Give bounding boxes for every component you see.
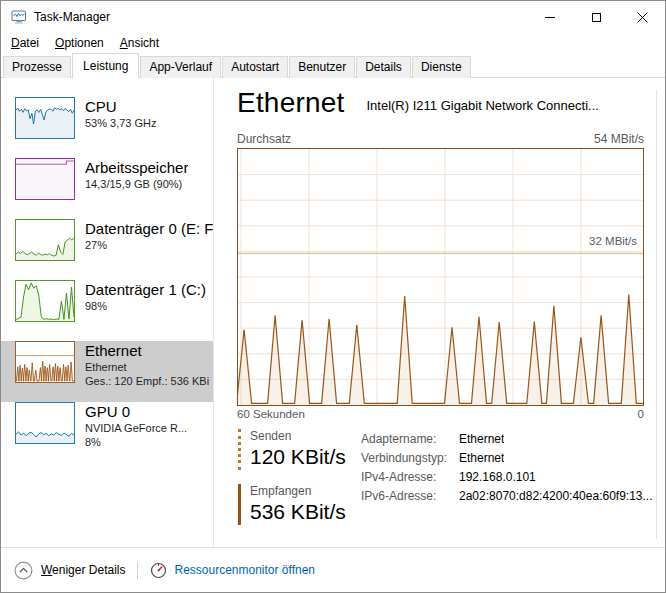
receive-label: Empfangen — [250, 484, 361, 499]
gpu-name: NVIDIA GeForce R... — [85, 421, 187, 435]
receive-stat: Empfangen 536 KBit/s — [238, 484, 361, 525]
maximize-icon — [592, 13, 601, 22]
detail-row-adaptername: Adaptername: Ethernet — [361, 430, 657, 449]
memory-thumbnail-chart — [15, 158, 75, 200]
ethernet-stats: Ges.: 120 Empf.: 536 KBi — [85, 374, 209, 388]
ethernet-title: Ethernet — [85, 341, 209, 360]
detail-row-verbindungstyp: Verbindungstyp: Ethernet — [361, 449, 657, 468]
sidebar-item-gpu[interactable]: GPU 0 NVIDIA GeForce R... 8% — [1, 402, 213, 463]
throughput-chart: 32 MBit/s — [237, 148, 644, 406]
gpu-stats: 8% — [85, 435, 187, 449]
disk0-thumbnail-chart — [15, 219, 75, 261]
detail-row-ipv6: IPv6-Adresse: 2a02:8070:d82:4200:40ea:60… — [361, 487, 657, 506]
tab-benutzer[interactable]: Benutzer — [289, 56, 355, 78]
minimize-button[interactable] — [527, 1, 573, 33]
disk1-title: Datenträger 1 (C:) — [85, 280, 206, 299]
sidebar-item-memory[interactable]: Arbeitsspeicher 14,3/15,9 GB (90%) — [1, 158, 213, 219]
sidebar-item-ethernet[interactable]: Ethernet Ethernet Ges.: 120 Empf.: 536 K… — [1, 341, 213, 402]
maximize-button[interactable] — [573, 1, 619, 33]
tab-details[interactable]: Details — [356, 56, 411, 78]
disk0-stats: 27% — [85, 238, 213, 252]
menu-optionen[interactable]: Optionen — [47, 34, 112, 52]
tab-leistung[interactable]: Leistung — [72, 53, 139, 79]
disk1-thumbnail-chart — [15, 280, 75, 322]
panel-title: Ethernet — [237, 86, 344, 120]
less-details-button[interactable]: Weniger Details — [14, 561, 125, 580]
cpu-thumbnail-chart — [15, 97, 75, 139]
tab-autostart[interactable]: Autostart — [222, 56, 288, 78]
tab-prozesse[interactable]: Prozesse — [3, 56, 71, 78]
menu-bar: Datei Optionen Ansicht — [1, 33, 665, 53]
task-manager-app-icon — [11, 9, 27, 25]
task-manager-window: Task-Manager Datei Optionen Ansicht Proz… — [0, 0, 666, 593]
memory-stats: 14,3/15,9 GB (90%) — [85, 177, 188, 191]
disk0-title: Datenträger 0 (E: F — [85, 219, 213, 238]
chevron-up-circle-icon — [14, 561, 33, 580]
window-title: Task-Manager — [34, 10, 110, 24]
panel-right-edge — [656, 90, 657, 539]
gpu-title: GPU 0 — [85, 402, 187, 421]
tab-bar: Prozesse Leistung App-Verlauf Autostart … — [1, 53, 665, 78]
performance-sidebar: CPU 53% 3,73 GHz Arbeitsspeicher 14,3/15… — [1, 78, 214, 549]
detail-row-ipv4: IPv4-Adresse: 192.168.0.101 — [361, 468, 657, 487]
send-value: 120 KBit/s — [250, 444, 361, 470]
cpu-title: CPU — [85, 97, 157, 116]
chart-label: Durchsatz — [237, 132, 291, 146]
throughput-chart-svg — [238, 149, 643, 405]
minimize-icon — [545, 17, 555, 18]
memory-title: Arbeitsspeicher — [85, 158, 188, 177]
open-resource-monitor-link[interactable]: Ressourcenmonitor öffnen — [150, 562, 315, 579]
resource-monitor-label: Ressourcenmonitor öffnen — [174, 563, 315, 577]
gpu-thumbnail-chart — [15, 402, 75, 444]
ethernet-detail-panel: Ethernet Intel(R) I211 Gigabit Network C… — [237, 78, 657, 549]
footer-bar: Weniger Details Ressourcenmonitor öffnen — [1, 547, 665, 592]
footer-divider — [137, 562, 138, 579]
tab-app-verlauf[interactable]: App-Verlauf — [140, 56, 221, 78]
sidebar-item-cpu[interactable]: CPU 53% 3,73 GHz — [1, 97, 213, 158]
chart-max-label: 54 MBit/s — [594, 132, 644, 146]
send-stat: Senden 120 KBit/s — [238, 429, 361, 470]
sidebar-item-disk0[interactable]: Datenträger 0 (E: F 27% — [1, 219, 213, 280]
close-button[interactable] — [619, 1, 665, 33]
tab-dienste[interactable]: Dienste — [412, 56, 471, 78]
adapter-description: Intel(R) I211 Gigabit Network Connecti..… — [366, 98, 653, 120]
receive-value: 536 KBit/s — [250, 499, 361, 525]
resource-monitor-icon — [150, 562, 167, 579]
menu-datei[interactable]: Datei — [3, 34, 47, 52]
menu-ansicht[interactable]: Ansicht — [112, 34, 167, 52]
disk1-stats: 98% — [85, 299, 206, 313]
less-details-label: Weniger Details — [41, 563, 125, 577]
x-axis-left-label: 60 Sekunden — [237, 408, 305, 420]
chart-marker-label: 32 MBit/s — [589, 235, 637, 247]
sidebar-item-disk1[interactable]: Datenträger 1 (C:) 98% — [1, 280, 213, 341]
ethernet-adapter: Ethernet — [85, 360, 209, 374]
send-label: Senden — [250, 429, 361, 444]
close-icon — [637, 12, 648, 23]
cpu-stats: 53% 3,73 GHz — [85, 116, 157, 130]
ethernet-thumbnail-chart — [15, 341, 75, 383]
x-axis-right-label: 0 — [638, 408, 644, 420]
titlebar: Task-Manager — [1, 1, 665, 33]
content-area: CPU 53% 3,73 GHz Arbeitsspeicher 14,3/15… — [1, 78, 665, 549]
